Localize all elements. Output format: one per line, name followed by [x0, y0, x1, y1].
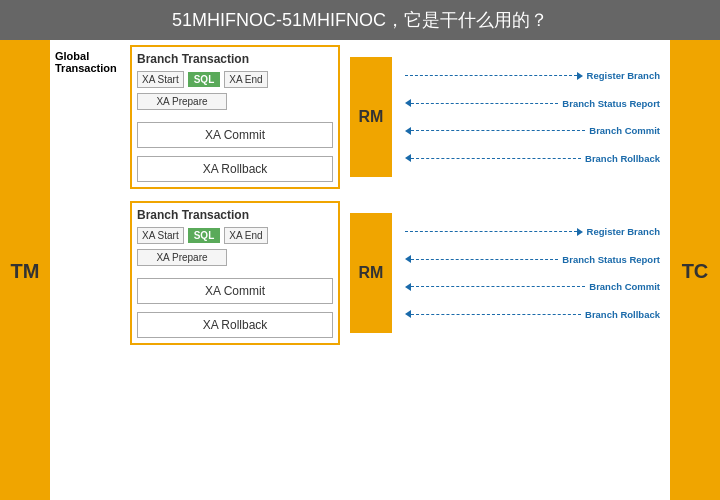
- center-content: Global Transaction Branch Transaction XA…: [50, 40, 670, 500]
- xa-prepare-top: XA Prepare: [137, 93, 227, 110]
- rm-bottom: RM: [350, 213, 392, 333]
- branch-box-bottom: Branch Transaction XA Start SQL XA End X…: [130, 201, 340, 345]
- global-transaction-label: Global Transaction: [55, 50, 130, 74]
- diagrams-column: Branch Transaction XA Start SQL XA End X…: [130, 45, 665, 497]
- arrowhead-register-branch-bottom: [577, 228, 583, 236]
- xa-rollback-top: XA Rollback: [137, 156, 333, 182]
- arrow-branch-rollback-bottom: Branch Rollback: [405, 305, 660, 323]
- xa-start-top: XA Start: [137, 71, 184, 88]
- xa-commit-top: XA Commit: [137, 122, 333, 148]
- branch-title-top: Branch Transaction: [137, 52, 333, 66]
- arrowhead-register-branch-top: [577, 72, 583, 80]
- arrow-register-branch-bottom: Register Branch: [405, 223, 660, 241]
- tm-panel: TM: [0, 40, 50, 500]
- diagram-top: Branch Transaction XA Start SQL XA End X…: [130, 45, 665, 189]
- diagram-bottom: Branch Transaction XA Start SQL XA End X…: [130, 201, 665, 345]
- sql-bottom: SQL: [188, 228, 221, 243]
- rm-label-bottom: RM: [359, 264, 384, 282]
- tc-label: TC: [682, 260, 709, 283]
- tc-label-branch-rollback-bottom: Branch Rollback: [585, 309, 660, 320]
- arrow-register-branch-top: Register Branch: [405, 67, 660, 85]
- title-bar: 51MHIFNOC-51MHIFNOC，它是干什么用的？: [0, 0, 720, 40]
- tc-panel: TC: [670, 40, 720, 500]
- global-transaction-area: Global Transaction: [55, 45, 130, 497]
- xa-row-bottom: XA Start SQL XA End: [137, 227, 333, 244]
- tc-label-branch-commit-bottom: Branch Commit: [589, 281, 660, 292]
- arrow-branch-rollback-top: Branch Rollback: [405, 149, 660, 167]
- xa-end-bottom: XA End: [224, 227, 267, 244]
- tc-label-branch-status-bottom: Branch Status Report: [562, 254, 660, 265]
- xa-end-top: XA End: [224, 71, 267, 88]
- xa-commit-bottom: XA Commit: [137, 278, 333, 304]
- xa-rollback-bottom: XA Rollback: [137, 312, 333, 338]
- tc-label-branch-commit-top: Branch Commit: [589, 125, 660, 136]
- title-text: 51MHIFNOC-51MHIFNOC，它是干什么用的？: [172, 10, 548, 30]
- tc-label-branch-status-top: Branch Status Report: [562, 98, 660, 109]
- arrow-branch-commit-top: Branch Commit: [405, 122, 660, 140]
- branch-title-bottom: Branch Transaction: [137, 208, 333, 222]
- arrow-branch-status-top: Branch Status Report: [405, 94, 660, 112]
- tc-label-register-branch-top: Register Branch: [587, 70, 660, 81]
- tc-label-register-branch-bottom: Register Branch: [587, 226, 660, 237]
- tc-label-branch-rollback-top: Branch Rollback: [585, 153, 660, 164]
- tm-label: TM: [11, 260, 40, 283]
- arrow-branch-commit-bottom: Branch Commit: [405, 278, 660, 296]
- xa-start-bottom: XA Start: [137, 227, 184, 244]
- rm-top: RM: [350, 57, 392, 177]
- branch-box-top: Branch Transaction XA Start SQL XA End X…: [130, 45, 340, 189]
- xa-prepare-bottom: XA Prepare: [137, 249, 227, 266]
- sql-top: SQL: [188, 72, 221, 87]
- arrow-branch-status-bottom: Branch Status Report: [405, 250, 660, 268]
- xa-row-top: XA Start SQL XA End: [137, 71, 333, 88]
- rm-label-top: RM: [359, 108, 384, 126]
